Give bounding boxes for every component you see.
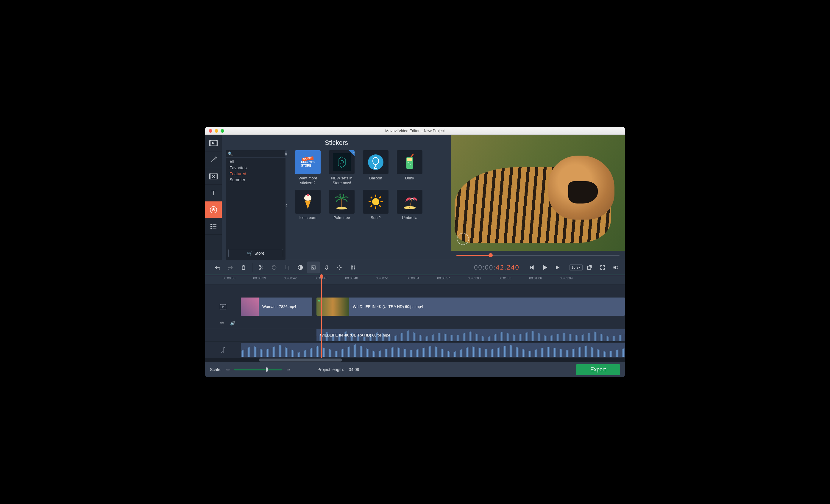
color-adjust-button[interactable]: [294, 262, 307, 273]
music-clip[interactable]: [241, 343, 625, 357]
ruler-tick: 00:00:39: [253, 276, 266, 280]
svg-rect-14: [333, 153, 351, 171]
sticker-label: Want more stickers?: [294, 176, 321, 185]
svg-point-24: [307, 194, 309, 196]
scrubber[interactable]: [451, 251, 625, 260]
store-button-label: Store: [255, 251, 264, 256]
video-preview[interactable]: [451, 135, 625, 251]
collapse-categories-button[interactable]: ‹: [286, 150, 291, 260]
controls-bar: 00:00:42.240 16:9▾: [205, 260, 625, 275]
tool-sidebar: [205, 135, 222, 260]
sticker-grid: MOVAVIEFFECTSSTOREWant more stickers?NEW…: [291, 150, 451, 260]
import-tab[interactable]: [205, 135, 222, 152]
clip-label: WILDLIFE IN 4K (ULTRA HD) 60fps.mp4: [316, 333, 390, 337]
play-button[interactable]: [539, 262, 551, 273]
transitions-tab[interactable]: [205, 168, 222, 185]
svg-rect-23: [410, 164, 411, 165]
zoom-slider[interactable]: [234, 369, 282, 370]
fullscreen-button[interactable]: [596, 262, 609, 273]
titles-tab[interactable]: [205, 185, 222, 201]
project-length-value: 04:09: [349, 367, 359, 372]
video-track-header: [205, 296, 241, 317]
category-panel: 🔍 ✕ AllFavoritesFeaturedSummer 🛒 Store: [226, 150, 286, 260]
video-clip-1[interactable]: Woman - 7826.mp4: [241, 298, 312, 316]
crop-button[interactable]: [281, 262, 293, 273]
sticker-label: Palm tree: [333, 215, 350, 225]
undo-button[interactable]: [211, 262, 224, 273]
svg-rect-2: [216, 140, 217, 146]
timecode-prefix: 00:00:: [474, 264, 496, 271]
ruler-tick: 00:00:57: [437, 276, 450, 280]
playhead[interactable]: [321, 275, 322, 358]
next-frame-button[interactable]: [552, 262, 564, 273]
ruler-tick: 00:00:51: [376, 276, 389, 280]
sticker-card[interactable]: Drink: [396, 150, 423, 185]
aspect-ratio-label: 16:9: [572, 265, 578, 270]
sticker-card[interactable]: MOVAVIEFFECTSSTOREWant more stickers?: [294, 150, 321, 185]
cart-icon: 🛒: [247, 251, 252, 256]
sticker-card[interactable]: NEW sets in Store now!: [328, 150, 355, 185]
audio-clip-1[interactable]: WILDLIFE IN 4K (ULTRA HD) 60fps.mp4: [316, 329, 625, 341]
time-ruler[interactable]: 00:00:3600:00:3900:00:4200:00:4500:00:48…: [205, 275, 625, 284]
record-audio-button[interactable]: [320, 262, 333, 273]
content-browser: Stickers 🔍 ✕ AllFavoritesFeaturedSummer …: [222, 135, 451, 260]
store-button[interactable]: 🛒 Store: [228, 249, 283, 257]
music-track[interactable]: [205, 341, 625, 358]
svg-point-17: [368, 155, 383, 170]
volume-button[interactable]: [609, 262, 622, 273]
svg-point-27: [372, 198, 379, 205]
sticker-card[interactable]: Ice cream: [294, 190, 321, 225]
timeline-scrollbar[interactable]: [205, 358, 625, 362]
svg-point-8: [211, 224, 212, 225]
svg-point-10: [211, 228, 212, 229]
video-track[interactable]: Woman - 7826.mp4 ★ WILDLIFE IN 4K (ULTRA…: [205, 296, 625, 317]
watermark-icon: [457, 233, 469, 245]
more-tab[interactable]: [205, 218, 222, 235]
sticker-thumb-umbrella: [397, 190, 422, 214]
tracks-container: Woman - 7826.mp4 ★ WILDLIFE IN 4K (ULTRA…: [205, 284, 625, 358]
split-button[interactable]: [255, 262, 267, 273]
aspect-ratio-selector[interactable]: 16:9▾: [570, 265, 583, 270]
search-input[interactable]: [234, 152, 285, 156]
category-item-favorites[interactable]: Favorites: [226, 165, 286, 171]
stickers-tab[interactable]: [205, 201, 222, 218]
category-item-summer[interactable]: Summer: [226, 177, 286, 183]
filters-tab[interactable]: [205, 152, 222, 168]
status-bar: Scale: ▭ ▭ Project length: 04:09 Export: [205, 362, 625, 377]
project-length-label: Project length:: [317, 367, 344, 372]
search-icon: 🔍: [228, 152, 233, 156]
prev-frame-button[interactable]: [525, 262, 538, 273]
sticker-label: NEW sets in Store now!: [328, 176, 355, 185]
ruler-tick: 00:01:03: [499, 276, 511, 280]
rotate-button[interactable]: [268, 262, 281, 273]
timeline: 00:00:3600:00:3900:00:4200:00:4500:00:48…: [205, 275, 625, 362]
track-visibility-icon[interactable]: 👁: [220, 321, 224, 326]
effect-applied-icon: ★: [317, 298, 321, 303]
category-item-featured[interactable]: Featured: [226, 171, 286, 177]
export-button[interactable]: Export: [576, 364, 620, 375]
category-item-all[interactable]: All: [226, 159, 286, 165]
sticker-card[interactable]: Balloon: [362, 150, 389, 185]
settings-button[interactable]: [333, 262, 346, 273]
track-mute-icon[interactable]: 🔊: [230, 321, 235, 326]
clip-properties-button[interactable]: [307, 262, 320, 273]
sticker-card[interactable]: Sun 2: [362, 190, 389, 225]
sticker-card[interactable]: Palm tree: [328, 190, 355, 225]
linked-audio-track[interactable]: WILDLIFE IN 4K (ULTRA HD) 60fps.mp4: [205, 329, 625, 341]
detach-preview-button[interactable]: [583, 262, 596, 273]
sticker-card[interactable]: Umbrella: [396, 190, 423, 225]
ruler-tick: 00:00:36: [223, 276, 235, 280]
zoom-out-icon[interactable]: ▭: [226, 367, 229, 372]
svg-line-32: [371, 197, 372, 198]
titlebar: Movavi Video Editor – New Project: [205, 127, 625, 135]
svg-rect-46: [220, 304, 221, 309]
sticker-thumb-effects-store: MOVAVIEFFECTSSTORE: [295, 150, 321, 174]
equalizer-button[interactable]: [347, 262, 359, 273]
svg-point-43: [339, 267, 341, 268]
window-title: Movavi Video Editor – New Project: [205, 129, 625, 133]
zoom-in-icon[interactable]: ▭: [287, 367, 290, 372]
video-clip-2[interactable]: ★ WILDLIFE IN 4K (ULTRA HD) 60fps.mp4: [316, 298, 625, 316]
delete-button[interactable]: [237, 262, 250, 273]
sticker-thumb-sun: [363, 190, 388, 214]
redo-button[interactable]: [224, 262, 237, 273]
